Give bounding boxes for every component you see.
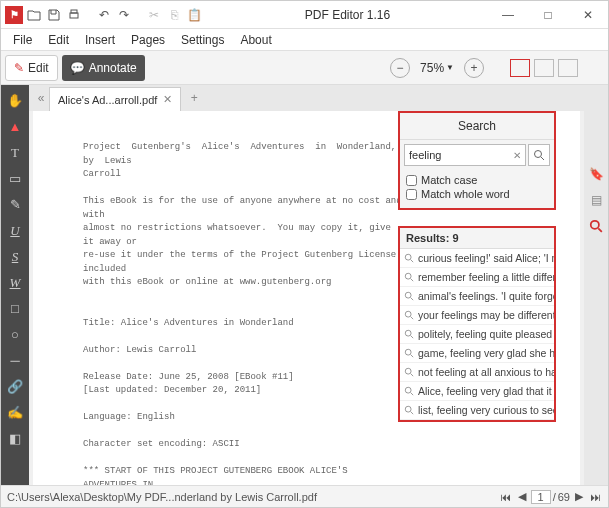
print-icon[interactable] <box>65 6 83 24</box>
new-tab-icon[interactable]: + <box>185 89 203 107</box>
maximize-button[interactable]: □ <box>528 1 568 29</box>
image-icon[interactable]: ▭ <box>3 167 27 191</box>
search-go-button[interactable] <box>528 144 550 166</box>
page-current[interactable]: 1 <box>531 490 551 504</box>
svg-point-14 <box>405 349 411 355</box>
svg-line-5 <box>411 260 414 263</box>
svg-line-23 <box>598 228 602 232</box>
minimize-button[interactable]: — <box>488 1 528 29</box>
content-area: « Alice's Ad...arroll.pdf ✕ + Project Gu… <box>29 85 584 485</box>
menubar: FileEditInsertPagesSettingsAbout <box>1 29 608 51</box>
menu-about[interactable]: About <box>234 31 277 49</box>
prev-page-icon[interactable]: ◀ <box>515 490 529 503</box>
search-result-item[interactable]: Alice, feeling very glad that it ... <box>400 382 554 401</box>
zoom-out-button[interactable]: − <box>390 58 410 78</box>
continuous-icon[interactable] <box>558 59 578 77</box>
file-path: C:\Users\Alexa\Desktop\My PDF...nderland… <box>7 491 499 503</box>
copy-icon[interactable]: ⎘ <box>165 6 183 24</box>
search-query: feeling <box>409 149 441 161</box>
line-icon[interactable]: ─ <box>3 349 27 373</box>
search-result-item[interactable]: animal's feelings. 'I quite forgo... <box>400 287 554 306</box>
search-result-item[interactable]: politely, feeling quite pleased t... <box>400 325 554 344</box>
link-icon[interactable]: 🔗 <box>3 375 27 399</box>
page-viewport[interactable]: Project Gutenberg's Alice's Adventures i… <box>33 111 580 485</box>
clear-search-icon[interactable]: ✕ <box>513 150 521 161</box>
svg-line-9 <box>411 298 414 301</box>
cut-icon[interactable]: ✂ <box>145 6 163 24</box>
svg-rect-1 <box>71 10 77 13</box>
pen-icon[interactable]: ✎ <box>3 193 27 217</box>
last-page-icon[interactable]: ⏭ <box>588 491 602 503</box>
magnifier-icon <box>404 272 414 282</box>
strike-icon[interactable]: S <box>3 245 27 269</box>
circle-icon[interactable]: ○ <box>3 323 27 347</box>
page-total: 69 <box>558 491 570 503</box>
bookmarks-icon[interactable]: 🔖 <box>587 165 605 183</box>
pointer-icon[interactable]: ▲ <box>3 115 27 139</box>
search-result-item[interactable]: not feeling at all anxious to ha... <box>400 363 554 382</box>
eraser-icon[interactable]: ◧ <box>3 427 27 451</box>
results-count: Results: 9 <box>400 228 554 249</box>
svg-line-19 <box>411 393 414 396</box>
magnifier-icon <box>404 253 414 263</box>
close-button[interactable]: ✕ <box>568 1 608 29</box>
thumbnails-icon[interactable]: ▤ <box>587 191 605 209</box>
left-toolbar: ✋▲T▭✎USW□○─🔗✍◧ <box>1 85 29 485</box>
single-page-icon[interactable] <box>510 59 530 77</box>
magnifier-icon <box>404 291 414 301</box>
search-result-item[interactable]: curious feeling!' said Alice; 'I m... <box>400 249 554 268</box>
page-navigator: ⏮ ◀ 1 / 69 ▶ ⏭ <box>499 490 602 504</box>
edit-label: Edit <box>28 61 49 75</box>
menu-edit[interactable]: Edit <box>42 31 75 49</box>
menu-insert[interactable]: Insert <box>79 31 121 49</box>
paste-icon[interactable]: 📋 <box>185 6 203 24</box>
zoom-value[interactable]: 75%▼ <box>416 61 458 75</box>
svg-point-18 <box>405 387 411 393</box>
search-input[interactable]: feeling ✕ <box>404 144 526 166</box>
svg-point-4 <box>405 254 411 260</box>
svg-point-16 <box>405 368 411 374</box>
svg-point-20 <box>405 406 411 412</box>
svg-line-3 <box>541 157 544 160</box>
sign-icon[interactable]: ✍ <box>3 401 27 425</box>
open-icon[interactable] <box>25 6 43 24</box>
undo-icon[interactable]: ↶ <box>95 6 113 24</box>
save-icon[interactable] <box>45 6 63 24</box>
hand-icon[interactable]: ✋ <box>3 89 27 113</box>
app-logo: ⚑ <box>5 6 23 24</box>
menu-file[interactable]: File <box>7 31 38 49</box>
tab-scroll-left-icon[interactable]: « <box>33 91 49 105</box>
document-tab[interactable]: Alice's Ad...arroll.pdf ✕ <box>49 87 181 111</box>
first-page-icon[interactable]: ⏮ <box>499 491 513 503</box>
magnifier-icon <box>533 149 545 161</box>
zoom-controls: − 75%▼ + <box>390 58 484 78</box>
two-page-icon[interactable] <box>534 59 554 77</box>
search-result-item[interactable]: remember feeling a little differ... <box>400 268 554 287</box>
rect-icon[interactable]: □ <box>3 297 27 321</box>
search-rail-icon[interactable] <box>587 217 605 235</box>
underline-icon[interactable]: U <box>3 219 27 243</box>
search-result-item[interactable]: game, feeling very glad she ha... <box>400 344 554 363</box>
svg-point-12 <box>405 330 411 336</box>
text-icon[interactable]: T <box>3 141 27 165</box>
search-result-item[interactable]: your feelings may be different,... <box>400 306 554 325</box>
redo-icon[interactable]: ↷ <box>115 6 133 24</box>
menu-pages[interactable]: Pages <box>125 31 171 49</box>
search-result-item[interactable]: list, feeling very curious to see ... <box>400 401 554 420</box>
magnifier-icon <box>404 386 414 396</box>
window-title: PDF Editor 1.16 <box>207 8 488 22</box>
match-case-checkbox[interactable]: Match case <box>406 174 548 186</box>
edit-mode-button[interactable]: ✎ Edit <box>5 55 58 81</box>
tab-close-icon[interactable]: ✕ <box>163 93 172 106</box>
svg-point-8 <box>405 292 411 298</box>
next-page-icon[interactable]: ▶ <box>572 490 586 503</box>
toolbar: ✎ Edit 💬 Annotate − 75%▼ + <box>1 51 608 85</box>
main-area: ✋▲T▭✎USW□○─🔗✍◧ « Alice's Ad...arroll.pdf… <box>1 85 608 485</box>
wavy-icon[interactable]: W <box>3 271 27 295</box>
svg-line-15 <box>411 355 414 358</box>
match-whole-checkbox[interactable]: Match whole word <box>406 188 548 200</box>
svg-line-21 <box>411 412 414 415</box>
menu-settings[interactable]: Settings <box>175 31 230 49</box>
zoom-in-button[interactable]: + <box>464 58 484 78</box>
annotate-mode-button[interactable]: 💬 Annotate <box>62 55 145 81</box>
